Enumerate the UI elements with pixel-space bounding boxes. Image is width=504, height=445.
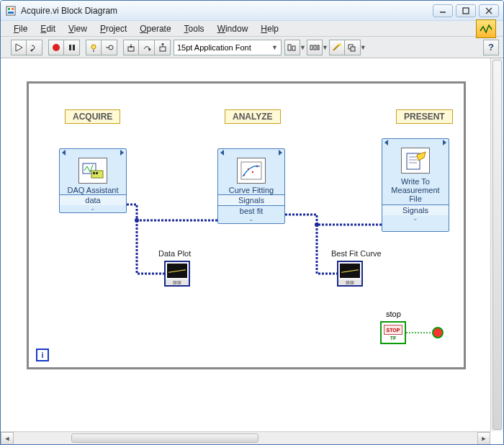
- menu-file[interactable]: File: [8, 22, 33, 35]
- label-best-fit: Best Fit Curve: [331, 249, 382, 258]
- align-button[interactable]: [284, 40, 300, 55]
- menu-window[interactable]: Window: [212, 22, 254, 35]
- labview-icon[interactable]: [476, 19, 496, 38]
- svg-rect-30: [351, 47, 355, 51]
- svg-marker-21: [161, 43, 164, 45]
- menu-tools[interactable]: Tools: [179, 22, 210, 35]
- abort-button[interactable]: [48, 40, 64, 55]
- svg-rect-26: [318, 45, 319, 50]
- run-continuous-button[interactable]: [27, 40, 42, 55]
- expander-icon[interactable]: ⌄: [60, 205, 126, 212]
- chevron-down-icon: ▼: [271, 44, 278, 51]
- reorder-button[interactable]: [345, 40, 361, 55]
- step-out-button[interactable]: [155, 40, 171, 55]
- stop-button-text: STOP: [384, 325, 402, 335]
- close-button[interactable]: [479, 4, 499, 17]
- svg-marker-9: [30, 50, 33, 52]
- font-label: 15pt Application Font: [177, 43, 251, 52]
- daq-title: DAQ Assistant: [60, 186, 126, 194]
- run-button[interactable]: [11, 40, 27, 55]
- label-data-plot: Data Plot: [158, 249, 191, 258]
- svg-rect-20: [160, 47, 166, 51]
- svg-point-38: [252, 171, 253, 173]
- svg-point-10: [53, 44, 60, 51]
- svg-point-45: [135, 218, 139, 223]
- svg-point-13: [91, 45, 96, 49]
- svg-rect-3: [8, 12, 14, 14]
- loop-condition-node[interactable]: [432, 327, 444, 338]
- expander-icon[interactable]: ⌄: [382, 215, 449, 223]
- svg-marker-19: [148, 48, 151, 51]
- app-window: Acquire.vi Block Diagram File Edit View …: [0, 0, 504, 445]
- step-over-button[interactable]: [139, 40, 155, 55]
- daq-assistant-vi[interactable]: DAQ Assistant data ⌄: [59, 148, 127, 213]
- stop-control[interactable]: STOP TF: [380, 321, 406, 344]
- help-button[interactable]: ?: [483, 40, 499, 55]
- window-title: Acquire.vi Block Diagram: [21, 6, 433, 16]
- svg-point-28: [338, 43, 341, 46]
- distribute-button[interactable]: [307, 40, 323, 55]
- app-icon: [5, 5, 17, 17]
- svg-rect-5: [463, 8, 469, 14]
- titlebar: Acquire.vi Block Diagram: [1, 1, 503, 21]
- daq-icon: [78, 158, 107, 184]
- write-in-signals[interactable]: Signals: [382, 204, 449, 215]
- curve-out-bestfit[interactable]: best fit: [218, 205, 284, 216]
- svg-rect-2: [12, 8, 14, 10]
- write-title: Write To Measurement File: [382, 176, 449, 204]
- pause-button[interactable]: [64, 40, 80, 55]
- svg-rect-12: [73, 45, 75, 50]
- menu-project[interactable]: Project: [94, 22, 132, 35]
- label-present: PRESENT: [396, 109, 453, 124]
- curve-title: Curve Fitting: [218, 186, 284, 194]
- step-into-button[interactable]: [123, 40, 139, 55]
- daq-out-data[interactable]: data: [60, 194, 126, 205]
- curve-in-signals[interactable]: Signals: [218, 194, 284, 205]
- horizontal-scrollbar[interactable]: ◄ ►: [1, 431, 490, 444]
- menu-help[interactable]: Help: [255, 22, 284, 35]
- font-selector[interactable]: 15pt Application Font ▼: [174, 40, 282, 55]
- toolbar: 15pt Application Font ▼ ▼ ▼ ▼ ?: [1, 37, 503, 58]
- menu-edit[interactable]: Edit: [35, 22, 61, 35]
- write-file-icon: [401, 148, 430, 174]
- label-stop: stop: [386, 310, 401, 318]
- expander-icon[interactable]: ⌄: [218, 216, 284, 223]
- scroll-left-button[interactable]: ◄: [1, 432, 14, 445]
- svg-rect-33: [93, 172, 95, 174]
- curve-fitting-vi[interactable]: Curve Fitting Signals best fit ⌄: [217, 148, 285, 224]
- while-loop[interactable]: ACQUIRE ANALYZE PRESENT DAQ Assistant da…: [27, 81, 466, 369]
- curve-icon: [237, 158, 266, 184]
- iteration-terminal[interactable]: i: [36, 349, 49, 361]
- svg-rect-23: [292, 46, 295, 50]
- label-analyze: ANALYZE: [225, 109, 281, 124]
- retain-wires-button[interactable]: [102, 40, 117, 55]
- svg-rect-0: [6, 6, 15, 15]
- svg-rect-11: [69, 45, 71, 50]
- svg-rect-22: [288, 45, 291, 50]
- svg-rect-1: [8, 8, 10, 10]
- client-area: ACQUIRE ANALYZE PRESENT DAQ Assistant da…: [1, 58, 503, 431]
- maximize-button[interactable]: [456, 4, 476, 17]
- svg-rect-35: [241, 162, 261, 179]
- menubar: File Edit View Project Operate Tools Win…: [1, 21, 503, 37]
- menu-operate[interactable]: Operate: [134, 22, 176, 35]
- data-plot-indicator[interactable]: ▥▥: [164, 261, 190, 287]
- svg-rect-34: [96, 172, 98, 174]
- cleanup-button[interactable]: [329, 40, 345, 55]
- vertical-scrollbar[interactable]: [490, 58, 503, 431]
- svg-rect-25: [314, 45, 316, 50]
- best-fit-indicator[interactable]: ▥▥: [337, 261, 363, 287]
- block-diagram-canvas[interactable]: ACQUIRE ANALYZE PRESENT DAQ Assistant da…: [6, 64, 490, 427]
- menu-view[interactable]: View: [63, 22, 93, 35]
- stop-tf: TF: [390, 336, 397, 341]
- svg-rect-24: [310, 45, 312, 50]
- svg-point-46: [315, 223, 319, 227]
- svg-line-27: [333, 45, 339, 50]
- minimize-button[interactable]: [433, 4, 453, 17]
- write-measurement-file-vi[interactable]: Write To Measurement File Signals ⌄: [382, 138, 449, 232]
- scroll-right-button[interactable]: ►: [477, 432, 490, 445]
- svg-marker-8: [16, 44, 22, 51]
- highlight-exec-button[interactable]: [86, 40, 102, 55]
- label-acquire: ACQUIRE: [65, 109, 120, 124]
